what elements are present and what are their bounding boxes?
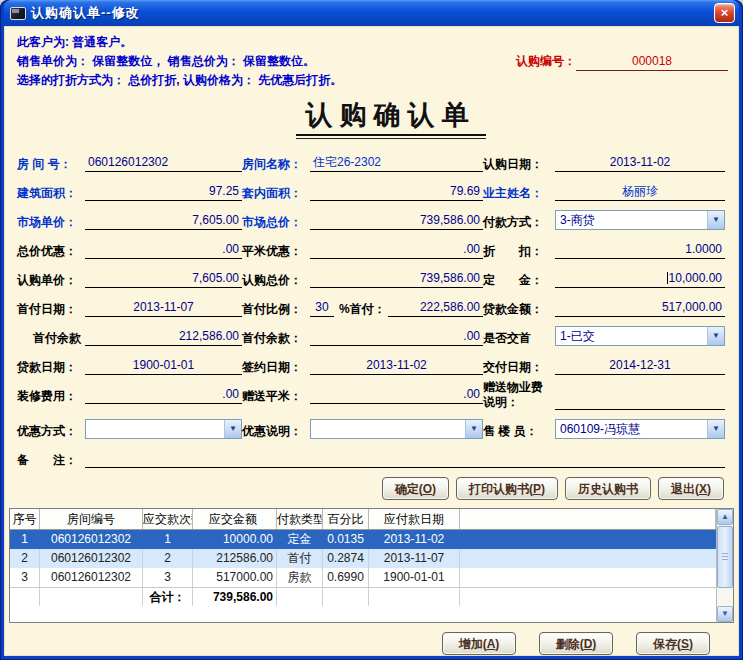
subscribe-unit-field[interactable]: 7,605.00 bbox=[85, 270, 242, 288]
info-block: 此客户为: 普通客户。 销售单价为： 保留整数位， 销售总价为： 保留整数位。 … bbox=[5, 27, 738, 90]
owner-name-field[interactable]: 杨丽珍 bbox=[555, 183, 725, 201]
subscribe-unit-label: 认购单价： bbox=[17, 273, 85, 288]
loan-amount-field[interactable]: 517,000.00 bbox=[555, 299, 725, 317]
scrollbar-thumb[interactable] bbox=[717, 526, 733, 588]
title-bar: 认购确认单--修改 × bbox=[4, 0, 739, 26]
dialog-window: 认购确认单--修改 × 此客户为: 普通客户。 销售单价为： 保留整数位， 销售… bbox=[0, 0, 743, 660]
print-subscription-button[interactable]: 打印认购书(P) bbox=[456, 477, 558, 500]
salesman-label: 售 楼 员： bbox=[483, 424, 555, 439]
sqm-disc-label: 平米优惠： bbox=[242, 244, 310, 259]
first-pay-field[interactable]: 222,586.00 bbox=[388, 299, 483, 317]
col-empty bbox=[460, 509, 716, 529]
save-button[interactable]: 保存(S) bbox=[636, 632, 710, 655]
chevron-down-icon[interactable]: ▼ bbox=[224, 420, 241, 438]
ratio-label: 首付比例： bbox=[242, 302, 310, 317]
table-total-row: 合计：739,586.00 bbox=[10, 587, 716, 606]
total-value: 739,586.00 bbox=[193, 588, 277, 606]
build-area-label: 建筑面积： bbox=[17, 186, 85, 201]
subscribe-total-label: 认购总价： bbox=[242, 273, 310, 288]
sign-date-field[interactable]: 2013-11-02 bbox=[310, 357, 483, 375]
build-area-field[interactable]: 97.25 bbox=[85, 183, 242, 201]
market-unit-label: 市场单价： bbox=[17, 215, 85, 230]
vertical-scrollbar[interactable]: ▲ ▼ bbox=[716, 509, 733, 622]
gift-sqm-label: 赠送平米： bbox=[242, 389, 310, 404]
ratio-label2: %首付： bbox=[337, 302, 388, 317]
table-empty-area bbox=[10, 606, 716, 622]
inner-area-label: 套内面积： bbox=[242, 186, 310, 201]
bottom-button-row: 增加(A) 删除(D) 保存(S) bbox=[5, 623, 738, 655]
room-name-field[interactable]: 住宅26-2302 bbox=[310, 154, 483, 172]
chevron-down-icon[interactable]: ▼ bbox=[465, 420, 482, 438]
loan-date-field[interactable]: 1900-01-01 bbox=[85, 357, 242, 375]
room-no-field[interactable]: 060126012302 bbox=[85, 154, 242, 172]
col-installment: 应交款次数 bbox=[143, 509, 193, 529]
price-rounding-text: 销售单价为： 保留整数位， 销售总价为： 保留整数位。 bbox=[17, 52, 315, 71]
inner-area-field[interactable]: 79.69 bbox=[310, 183, 483, 201]
col-percent: 百分比 bbox=[323, 509, 369, 529]
subscribe-date-field[interactable]: 2013-11-02 bbox=[555, 154, 725, 172]
scroll-down-icon[interactable]: ▼ bbox=[717, 606, 733, 622]
total-disc-field[interactable]: .00 bbox=[85, 241, 242, 259]
salesman-select[interactable]: 060109-冯琼慧▼ bbox=[555, 419, 725, 439]
decorate-fee-field[interactable]: .00 bbox=[85, 386, 242, 404]
paid-first-label: 是否交首 bbox=[483, 331, 555, 346]
deposit-label: 定 金： bbox=[483, 273, 555, 288]
remark-label: 备 注： bbox=[17, 453, 85, 468]
room-no-label: 房 间 号： bbox=[17, 157, 85, 172]
gift-sqm-field[interactable]: .00 bbox=[310, 386, 483, 404]
paid-first-select[interactable]: 1-已交▼ bbox=[555, 326, 725, 346]
chevron-down-icon[interactable]: ▼ bbox=[707, 327, 724, 345]
table-row[interactable]: 30601260123023517000.00房款0.69901900-01-0… bbox=[10, 568, 716, 587]
window-icon bbox=[10, 7, 26, 20]
scroll-up-icon[interactable]: ▲ bbox=[717, 509, 733, 525]
remark-field[interactable] bbox=[85, 452, 725, 468]
total-disc-label: 总价优惠： bbox=[17, 244, 85, 259]
table-row[interactable]: 20601260123022212586.00首付0.28742013-11-0… bbox=[10, 549, 716, 568]
col-room-code: 房间编号 bbox=[40, 509, 143, 529]
chevron-down-icon[interactable]: ▼ bbox=[707, 211, 724, 229]
discount-mode-text: 选择的打折方式为： 总价打折, 认购价格为： 先优惠后打折。 bbox=[17, 71, 730, 90]
deliver-date-label: 交付日期： bbox=[483, 360, 555, 375]
subscribe-date-label: 认购日期： bbox=[483, 157, 555, 172]
balance-mid-field[interactable]: .00 bbox=[310, 328, 483, 346]
gift-note-field[interactable] bbox=[555, 394, 725, 410]
sign-date-label: 签约日期： bbox=[242, 360, 310, 375]
balance-left-field[interactable]: 212,586.00 bbox=[85, 328, 242, 346]
deposit-field[interactable]: 10,000.00 bbox=[555, 270, 725, 288]
page-title: 认购确认单 bbox=[296, 97, 486, 136]
dialog-body: 此客户为: 普通客户。 销售单价为： 保留整数位， 销售总价为： 保留整数位。 … bbox=[4, 26, 739, 656]
col-amount: 应交金额 bbox=[193, 509, 277, 529]
scrollbar-track[interactable] bbox=[717, 589, 733, 606]
disc-type-select[interactable]: ▼ bbox=[85, 419, 242, 439]
gift-note-label: 赠送物业费 说明： bbox=[483, 380, 555, 410]
col-seq: 序号 bbox=[10, 509, 40, 529]
chevron-down-icon[interactable]: ▼ bbox=[707, 420, 724, 438]
col-due-date: 应付款日期 bbox=[369, 509, 460, 529]
action-button-row: 确定(O) 打印认购书(P) 历史认购书 退出(X) bbox=[5, 470, 738, 500]
disc-note-label: 优惠说明： bbox=[242, 424, 310, 439]
sqm-disc-field[interactable]: .00 bbox=[310, 241, 483, 259]
total-label: 合计： bbox=[143, 588, 193, 606]
room-name-label: 房间名称： bbox=[242, 157, 310, 172]
loan-amount-label: 贷款金额： bbox=[483, 302, 555, 317]
discount-field[interactable]: 1.0000 bbox=[555, 241, 725, 259]
add-button[interactable]: 增加(A) bbox=[442, 632, 516, 655]
close-icon[interactable]: × bbox=[714, 3, 735, 23]
ok-button[interactable]: 确定(O) bbox=[382, 477, 449, 500]
deliver-date-field[interactable]: 2014-12-31 bbox=[555, 357, 725, 375]
disc-note-select[interactable]: ▼ bbox=[310, 419, 483, 439]
pay-method-label: 付款方式： bbox=[483, 215, 555, 230]
table-row[interactable]: 1060126012302110000.00定金0.01352013-11-02 bbox=[10, 530, 716, 549]
market-total-field[interactable]: 739,586.00 bbox=[310, 212, 483, 230]
market-unit-field[interactable]: 7,605.00 bbox=[85, 212, 242, 230]
delete-button[interactable]: 删除(D) bbox=[539, 632, 613, 655]
order-number-group: 认购编号： 000018 bbox=[516, 52, 730, 71]
pay-method-select[interactable]: 3-商贷▼ bbox=[555, 210, 725, 230]
first-date-field[interactable]: 2013-11-07 bbox=[85, 299, 242, 317]
subscribe-total-field[interactable]: 739,586.00 bbox=[310, 270, 483, 288]
form-grid: 房 间 号：060126012302 房间名称：住宅26-2302 认购日期：2… bbox=[5, 141, 738, 470]
order-number-value: 000018 bbox=[576, 52, 728, 71]
history-subscription-button[interactable]: 历史认购书 bbox=[565, 477, 651, 500]
ratio-percent-field[interactable]: 30 bbox=[310, 299, 334, 317]
exit-button[interactable]: 退出(X) bbox=[658, 477, 724, 500]
